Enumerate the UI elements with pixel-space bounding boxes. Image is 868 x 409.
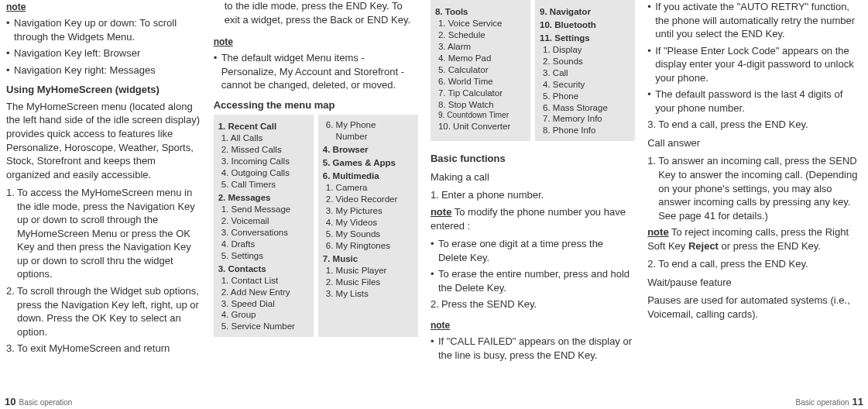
menu-item: 1. Send Message <box>218 204 309 215</box>
menu-item: 6. Mass Storage <box>540 102 630 114</box>
note-label: note <box>214 36 233 48</box>
note-inline: note To reject incoming calls, press the… <box>647 225 862 253</box>
note-label: note <box>6 1 26 13</box>
menu-item: 3. Speed Dial <box>218 298 309 310</box>
bullet: To erase one digit at a time press the D… <box>431 237 635 264</box>
step-2: To scroll through the Widget sub options… <box>6 284 201 339</box>
note-text: To modify the phone number you have ente… <box>431 206 626 232</box>
menu-item: 8. Stop Watch <box>435 99 526 111</box>
heading-widgets: Using MyHomeScreen (widgets) <box>6 83 201 97</box>
menu-item: 5. Call Timers <box>218 179 309 191</box>
menu-item: 2. Add New Entry <box>218 287 309 298</box>
menu-item: 2. Music Files <box>323 277 413 288</box>
menu-item: 6. My Ringtones <box>323 240 413 252</box>
menu-section-title: 11. Settings <box>540 33 630 44</box>
heading-menu-map: Accessing the menu map <box>214 98 418 112</box>
menu-map-right: 8. Tools 1. Voice Service 2. Schedule 3.… <box>431 0 635 141</box>
menu-item: 3. My Lists <box>323 288 413 300</box>
menu-section-title: 9. Navigator <box>540 6 630 18</box>
menu-section-title: 1. Recent Call <box>218 121 309 132</box>
menu-box-a: 1. Recent Call 1. All Calls 2. Missed Ca… <box>214 115 314 337</box>
footer-text: Basic operation <box>796 397 849 408</box>
menu-section-title: 10. Bluetooth <box>540 19 630 31</box>
col-4: If you activate the "AUTO RETRY" functio… <box>641 0 868 409</box>
menu-item: 1. Voice Service <box>435 18 526 29</box>
menu-item: 5. Settings <box>218 250 309 262</box>
menu-item: 4. Group <box>218 309 309 321</box>
note-inline: note To modify the phone number you have… <box>431 205 635 232</box>
menu-item: 9. Countdown Timer <box>435 110 526 120</box>
page-number: 11 <box>853 395 863 409</box>
menu-section-title: 7. Music <box>323 253 413 265</box>
menu-item: 3. Call <box>540 67 630 79</box>
bullet: Navigation Key up or down: To scroll thr… <box>6 16 201 43</box>
bullet: The default widget Menu items - Personal… <box>214 51 418 92</box>
menu-item: 3. Alarm <box>435 41 526 53</box>
step-3: To end a call, press the END Key. <box>647 118 862 132</box>
note-word: note <box>431 206 451 218</box>
menu-section-title: 4. Browser <box>323 144 413 156</box>
menu-item: 2. Missed Calls <box>218 144 309 156</box>
menu-item: 2. Sounds <box>540 56 630 67</box>
bullet: If "CALL FAILED" appears on the display … <box>431 335 635 362</box>
subheading-call-answer: Call answer <box>647 136 862 150</box>
menu-item: 6. My Phone <box>323 119 413 131</box>
menu-item: Number <box>323 131 413 143</box>
paragraph: Pauses are used for automated systems (i… <box>647 294 862 321</box>
menu-section-title: 2. Messages <box>218 192 309 204</box>
menu-item: 4. Drafts <box>218 239 309 250</box>
menu-item: 7. Tip Calculator <box>435 88 526 99</box>
step-1: Enter a phone number. <box>431 188 635 202</box>
menu-item: 10. Unit Converter <box>435 121 526 132</box>
continuation: to the idle mode, press the END Key. To … <box>214 0 418 26</box>
footer-left: 10 Basic operation <box>5 395 72 409</box>
footer-right: Basic operation 11 <box>796 395 863 409</box>
menu-box-b: 6. My Phone Number 4. Browser 5. Games &… <box>318 115 418 337</box>
menu-item: 6. World Time <box>435 76 526 88</box>
menu-item: 1. Display <box>540 44 630 56</box>
bullet: If "Please Enter Lock Code" appears on t… <box>647 44 862 85</box>
menu-item: 5. Service Number <box>218 321 309 332</box>
menu-item: 3. Incoming Calls <box>218 156 309 167</box>
menu-section-title: 5. Games & Apps <box>323 157 413 169</box>
menu-box-d: 9. Navigator 10. Bluetooth 11. Settings … <box>535 0 635 141</box>
col-2: to the idle mode, press the END Key. To … <box>208 0 424 409</box>
menu-item: 2. Video Recorder <box>323 194 413 205</box>
note-text-b: or press the END Key. <box>719 240 821 252</box>
bullet: The default password is the last 4 digit… <box>647 88 862 115</box>
menu-item: 4. Outgoing Calls <box>218 167 309 179</box>
menu-box-c: 8. Tools 1. Voice Service 2. Schedule 3.… <box>431 0 530 141</box>
menu-item: 2. Schedule <box>435 29 526 41</box>
subheading-making-call: Making a call <box>431 170 635 184</box>
subheading-wait-pause: Wait/pause feature <box>647 276 862 290</box>
menu-item: 5. My Sounds <box>323 229 413 240</box>
menu-map-left: 1. Recent Call 1. All Calls 2. Missed Ca… <box>214 115 418 337</box>
step-1: To answer an incoming call, press the SE… <box>647 154 862 222</box>
menu-item: 3. Conversations <box>218 227 309 239</box>
menu-section-title: 6. Multimedia <box>323 170 413 182</box>
col-1: note Navigation Key up or down: To scrol… <box>0 0 208 409</box>
menu-item: 3. My Pictures <box>323 205 413 217</box>
menu-item: 5. Phone <box>540 91 630 102</box>
menu-section-title: 8. Tools <box>435 6 526 18</box>
bullet: Navigation Key right: Messages <box>6 64 201 77</box>
footer-text: Basic operation <box>19 397 72 408</box>
note-label: note <box>431 319 450 332</box>
menu-item: 1. Music Player <box>323 265 413 277</box>
menu-item: 1. Camera <box>323 182 413 194</box>
heading-basic-functions: Basic functions <box>431 152 635 166</box>
menu-item: 8. Phone Info <box>540 125 630 136</box>
step-2: To end a call, press the END Key. <box>647 257 862 271</box>
menu-item: 4. Security <box>540 79 630 91</box>
menu-item: 5. Calculator <box>435 64 526 76</box>
col-3: 8. Tools 1. Voice Service 2. Schedule 3.… <box>424 0 641 409</box>
step-1: To access the MyHomeScreen menu in the i… <box>6 186 201 281</box>
bullet: To erase the entire number, press and ho… <box>431 267 635 294</box>
menu-item: 4. My Videos <box>323 217 413 229</box>
step-3: To exit MyHomeScreen and return <box>6 342 201 356</box>
step-2: Press the SEND Key. <box>431 297 635 311</box>
bullet: If you activate the "AUTO RETRY" functio… <box>647 0 862 41</box>
menu-section-title: 3. Contacts <box>218 263 309 275</box>
reject-label: Reject <box>688 240 719 252</box>
menu-item: 7. Memory Info <box>540 113 630 125</box>
